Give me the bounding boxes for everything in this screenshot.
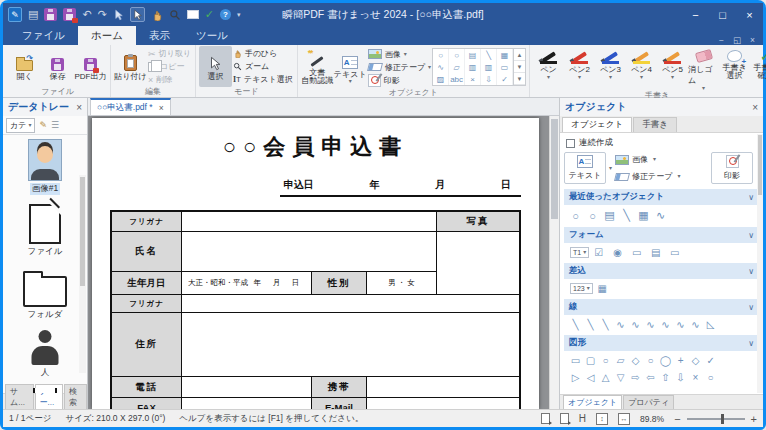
pen-button[interactable]: ペン5 ▾ xyxy=(657,46,688,91)
delete-button[interactable]: × 削除 xyxy=(148,74,191,85)
form-widget-icon[interactable]: ▭ xyxy=(631,247,642,258)
line-style-icon[interactable]: ∿ xyxy=(645,319,656,330)
gallery-shape-icon[interactable]: ▦ xyxy=(497,49,513,61)
fit-width-icon[interactable]: ↔ xyxy=(618,413,630,425)
form-field-furigana[interactable] xyxy=(182,212,437,232)
pen-button[interactable]: ペン3 ▾ xyxy=(595,46,626,91)
gallery-more-icon[interactable]: ▼ xyxy=(514,73,525,85)
form-field-phone[interactable] xyxy=(182,377,312,398)
form-widget-icon[interactable]: ▤ xyxy=(650,247,661,258)
section-lines[interactable]: 線 ∨ xyxy=(564,299,759,315)
recent-object-icon[interactable]: ○ xyxy=(570,210,581,222)
document-scrollbar[interactable] xyxy=(549,116,559,409)
handwriting-select-button[interactable]: 手書き 選択 xyxy=(719,46,750,91)
magnifier-icon[interactable] xyxy=(169,7,181,22)
redo-icon[interactable]: ↷ xyxy=(98,7,107,22)
recent-object-icon[interactable]: ○ xyxy=(587,210,598,222)
form-field-furigana2[interactable] xyxy=(182,295,519,313)
gallery-shape-icon[interactable]: ∿ xyxy=(433,61,449,73)
shape-icon[interactable]: ⇨ xyxy=(630,372,641,383)
line-style-icon[interactable]: ∿ xyxy=(660,319,671,330)
text-object-button[interactable]: A テキスト ▾ xyxy=(334,46,367,88)
line-style-icon[interactable]: ∿ xyxy=(615,319,626,330)
pen-button[interactable]: ペン2 ▾ xyxy=(564,46,595,91)
handwriting-confirm-button[interactable]: ✓ 手書き 確定 xyxy=(750,46,766,91)
recent-object-icon[interactable]: ▦ xyxy=(638,209,649,222)
shape-icon[interactable]: ▢ xyxy=(585,355,596,366)
stamp-button[interactable]: 印影 xyxy=(368,75,431,86)
object-panel-close-icon[interactable]: × xyxy=(752,102,758,113)
gallery-shape-icon[interactable]: ✓ xyxy=(497,73,513,85)
gallery-shape-icon[interactable]: ▨ xyxy=(433,73,449,85)
open-button[interactable]: 開く xyxy=(8,46,41,87)
section-recent-objects[interactable]: 最近使ったオブジェクト ∨ xyxy=(564,189,759,205)
line-style-icon[interactable]: ∿ xyxy=(675,319,686,330)
copy-button[interactable]: コピー xyxy=(148,61,191,72)
shape-icon[interactable]: ◯ xyxy=(660,355,671,366)
pdf-page[interactable]: ○○会員申込書 申込日 年 月 日 フリガナ 写真 氏名 生年月 xyxy=(92,118,539,409)
line-style-icon[interactable]: ∿ xyxy=(690,319,701,330)
gallery-shape-icon[interactable]: ⇩ xyxy=(481,73,497,85)
form-field-name[interactable] xyxy=(182,232,437,272)
shape-icon[interactable]: ✓ xyxy=(705,355,716,366)
gallery-scroll-up-icon[interactable]: ▲ xyxy=(514,49,525,61)
hand-tool-icon[interactable] xyxy=(151,7,163,22)
image-object-button[interactable]: 画像 ▾ xyxy=(368,49,431,60)
panel-bottom-tab[interactable]: オブジェクト xyxy=(563,395,622,409)
paste-button[interactable]: 貼り付け xyxy=(114,46,147,87)
document-canvas[interactable]: ○○会員申込書 申込日 年 月 日 フリガナ 写真 氏名 生年月 xyxy=(88,116,559,409)
merge-table-icon[interactable]: ▦ xyxy=(597,283,608,294)
tray-item-file[interactable]: ファイル xyxy=(26,204,65,258)
shape-icon[interactable]: ○ xyxy=(600,355,611,366)
menu-tab[interactable]: 表示 xyxy=(136,26,183,45)
single-page-view-icon[interactable] xyxy=(541,413,550,424)
pen-button[interactable]: ペン4 ▾ xyxy=(626,46,657,91)
list-menu-icon[interactable]: ☰ xyxy=(51,120,59,130)
line-style-icon[interactable]: ╲ xyxy=(585,319,596,330)
shape-icon[interactable]: ⇦ xyxy=(645,372,656,383)
form-field-email[interactable] xyxy=(367,398,519,409)
zoom-slider-thumb[interactable] xyxy=(721,414,724,424)
tray-item-hat[interactable] xyxy=(24,388,66,393)
line-style-icon[interactable]: ╲ xyxy=(600,319,611,330)
help-icon[interactable]: ? xyxy=(220,7,231,22)
gallery-shape-icon[interactable]: ▭ xyxy=(497,61,513,73)
shape-icon[interactable]: + xyxy=(675,355,686,366)
data-tray-close-icon[interactable]: × xyxy=(76,102,82,113)
tray-item-folder[interactable]: フォルダ xyxy=(23,267,67,321)
gallery-shape-icon[interactable]: × xyxy=(465,73,481,85)
line-style-icon[interactable]: ◺ xyxy=(705,319,716,330)
line-style-icon[interactable]: ∿ xyxy=(630,319,641,330)
shape-icon[interactable]: ▽ xyxy=(615,372,626,383)
recent-object-icon[interactable]: ▤ xyxy=(604,209,615,222)
menu-tab[interactable]: ファイル xyxy=(9,26,78,45)
zoom-out-button[interactable]: − xyxy=(674,413,680,425)
gallery-shape-icon[interactable]: ╲ xyxy=(481,49,497,61)
recent-object-icon[interactable]: ╲ xyxy=(621,209,632,222)
form-field-fax[interactable] xyxy=(182,398,312,409)
shape-icon[interactable]: ▷ xyxy=(570,372,581,383)
shape-icon[interactable]: △ xyxy=(600,372,611,383)
select-mode-button[interactable]: 選択 xyxy=(199,46,232,87)
gallery-shape-icon[interactable]: ○ xyxy=(433,49,449,61)
mdi-close-button[interactable]: × xyxy=(750,35,755,45)
form-widget-icon[interactable]: ☑ xyxy=(593,247,604,258)
save-button[interactable]: 保存 xyxy=(41,46,74,87)
pen-button[interactable]: ペン ▾ xyxy=(533,46,564,91)
shape-icon[interactable]: ⇧ xyxy=(660,372,671,383)
maximize-button[interactable]: □ xyxy=(709,3,736,26)
rectangle-tool-icon[interactable] xyxy=(187,7,199,22)
edit-icon[interactable]: ✎ xyxy=(39,120,47,130)
gallery-shape-icon[interactable]: ▱ xyxy=(449,61,465,73)
gallery-shape-icon[interactable]: ▥ xyxy=(465,61,481,73)
category-dropdown[interactable]: カテ▾ xyxy=(6,118,35,133)
text-select-mode-button[interactable]: IT テキスト選択 xyxy=(233,74,293,85)
form-field-gender[interactable]: 男 ・ 女 xyxy=(367,272,437,295)
select-cursor-icon[interactable] xyxy=(130,7,145,22)
pdf-export-button[interactable]: PDF出力 xyxy=(74,46,107,87)
form-field-mobile[interactable] xyxy=(367,377,519,398)
form-photo-box[interactable] xyxy=(437,232,519,295)
shape-icon[interactable]: × xyxy=(690,372,701,383)
shape-icon[interactable]: ▱ xyxy=(615,355,626,366)
print-icon[interactable]: ▤ xyxy=(28,7,38,22)
